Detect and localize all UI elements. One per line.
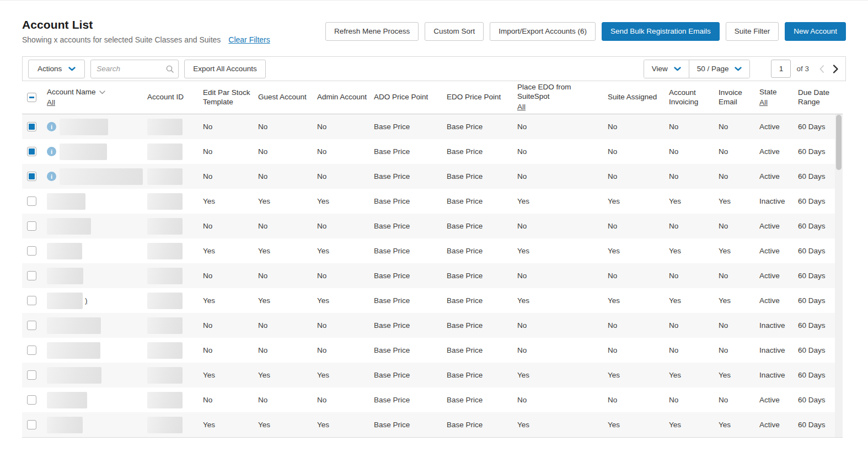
state-cell: Active <box>759 396 798 404</box>
column-label-due_date_range: Due Date Range <box>798 88 831 107</box>
ado-price-point-cell: Base Price <box>374 123 447 131</box>
row-checkbox[interactable] <box>27 246 36 256</box>
send-bulk-registration-emails-button[interactable]: Send Bulk Registration Emails <box>602 22 720 41</box>
edit-par-stock-cell: No <box>203 321 258 330</box>
edit-par-stock-cell: Yes <box>203 296 258 305</box>
row-checkbox[interactable] <box>27 395 36 405</box>
invoice-email-value: No <box>719 147 728 156</box>
ado-price-point-value: Base Price <box>374 197 410 205</box>
account-invoicing-value: No <box>669 346 678 354</box>
column-label-edit_par_stock: Edit Par Stock Template <box>203 88 254 107</box>
account-id-cell <box>147 218 203 235</box>
state-value: Active <box>759 272 780 280</box>
state-cell: Inactive <box>759 321 798 330</box>
actions-dropdown[interactable]: Actions <box>28 60 85 78</box>
column-label-name[interactable]: Account Name <box>47 88 96 97</box>
ado-price-point-value: Base Price <box>374 321 410 330</box>
row-checkbox[interactable] <box>27 122 36 131</box>
info-icon[interactable]: i <box>47 147 56 156</box>
row-checkbox[interactable] <box>27 321 36 330</box>
info-icon[interactable]: i <box>47 172 56 181</box>
edit-par-stock-cell: Yes <box>203 247 258 255</box>
due-date-range-value: 60 Days <box>798 247 826 255</box>
suite-assigned-cell: Yes <box>608 296 669 305</box>
next-page-button[interactable] <box>831 63 840 75</box>
suite-assigned-cell: No <box>608 321 669 330</box>
guest-account-value: Yes <box>258 296 270 305</box>
import-export-accounts-button[interactable]: Import/Export Accounts (6) <box>490 22 596 41</box>
guest-account-cell: No <box>258 123 317 131</box>
place-edo-value: No <box>517 147 527 156</box>
row-checkbox[interactable] <box>27 147 36 156</box>
select-all-checkbox[interactable] <box>27 93 36 102</box>
invoice-email-cell: Yes <box>719 296 759 305</box>
row-checkbox[interactable] <box>27 271 36 280</box>
ado-price-point-value: Base Price <box>374 123 410 131</box>
refresh-mene-process-button[interactable]: Refresh Mene Process <box>325 22 419 41</box>
table-body: iNoNoNoBase PriceBase PriceNoNoNoNoActiv… <box>22 114 843 438</box>
vertical-scrollbar[interactable] <box>835 114 843 437</box>
scrollbar-thumb[interactable] <box>836 115 842 170</box>
column-label-row-guest_account: Guest Account <box>258 93 313 102</box>
account-invoicing-cell: No <box>669 346 719 354</box>
row-checkbox[interactable] <box>27 370 36 380</box>
account-id-cell <box>147 417 203 433</box>
edit-par-stock-cell: No <box>203 123 258 131</box>
export-all-accounts-button[interactable]: Export All Accounts <box>184 60 266 78</box>
accounts-table: Account NameAllAccount IDEdit Par Stock … <box>22 81 843 438</box>
column-header-account_invoicing: Account Invoicing <box>669 88 719 107</box>
place-edo-value: No <box>517 346 527 354</box>
state-value: Active <box>759 147 780 156</box>
edit-par-stock-cell: Yes <box>203 421 258 429</box>
redacted-account-name <box>47 193 85 210</box>
admin-account-cell: No <box>317 123 374 131</box>
suite-assigned-cell: No <box>608 396 669 404</box>
page-number-input[interactable] <box>771 60 791 78</box>
edo-price-point-cell: Base Price <box>447 396 517 404</box>
prev-page-button[interactable] <box>818 63 826 75</box>
chevron-left-icon <box>819 65 824 73</box>
row-checkbox[interactable] <box>27 221 36 231</box>
account-name-link-fragment[interactable]: ) <box>85 296 88 305</box>
account-invoicing-value: Yes <box>669 197 681 205</box>
filter-all-link-name[interactable]: All <box>47 98 55 108</box>
clear-filters-link[interactable]: Clear Filters <box>228 35 270 44</box>
row-checkbox[interactable] <box>27 346 36 355</box>
view-dropdown[interactable]: View <box>644 60 689 78</box>
admin-account-cell: Yes <box>317 371 374 379</box>
account-invoicing-value: No <box>669 396 678 404</box>
row-select-cell <box>22 122 47 131</box>
filter-all-link-place_edo[interactable]: All <box>517 103 526 112</box>
suite-filter-button[interactable]: Suite Filter <box>726 22 779 41</box>
admin-account-cell: Yes <box>317 247 374 255</box>
row-checkbox[interactable] <box>27 420 36 429</box>
redacted-account-id <box>147 342 183 359</box>
due-date-range-value: 60 Days <box>798 272 826 280</box>
account-name-cell <box>47 193 147 210</box>
edo-price-point-cell: Base Price <box>447 147 517 156</box>
account-name-cell <box>47 367 147 384</box>
suite-assigned-cell: No <box>608 272 669 280</box>
filter-all-link-state[interactable]: All <box>759 98 768 108</box>
invoice-email-cell: Yes <box>719 371 759 379</box>
new-account-button[interactable]: New Account <box>785 22 846 41</box>
row-checkbox[interactable] <box>27 197 36 206</box>
admin-account-value: No <box>317 272 326 280</box>
column-label-guest_account: Guest Account <box>258 93 307 102</box>
redacted-account-id <box>147 293 183 309</box>
invoice-email-cell: Yes <box>719 247 759 255</box>
row-checkbox[interactable] <box>27 296 36 305</box>
admin-account-value: No <box>317 222 326 230</box>
state-cell: Active <box>759 123 798 131</box>
account-invoicing-cell: No <box>669 272 719 280</box>
row-checkbox[interactable] <box>27 172 36 181</box>
account-invoicing-cell: No <box>669 147 719 156</box>
info-icon[interactable]: i <box>47 122 56 131</box>
guest-account-value: No <box>258 147 267 156</box>
custom-sort-button[interactable]: Custom Sort <box>425 22 484 41</box>
place-edo-value: No <box>517 272 527 280</box>
suite-assigned-value: Yes <box>608 371 620 379</box>
table-row: )YesYesYesBase PriceBase PriceYesYesYesY… <box>22 288 835 313</box>
edo-price-point-value: Base Price <box>447 147 483 156</box>
per-page-dropdown[interactable]: 50 / Page <box>689 60 750 78</box>
